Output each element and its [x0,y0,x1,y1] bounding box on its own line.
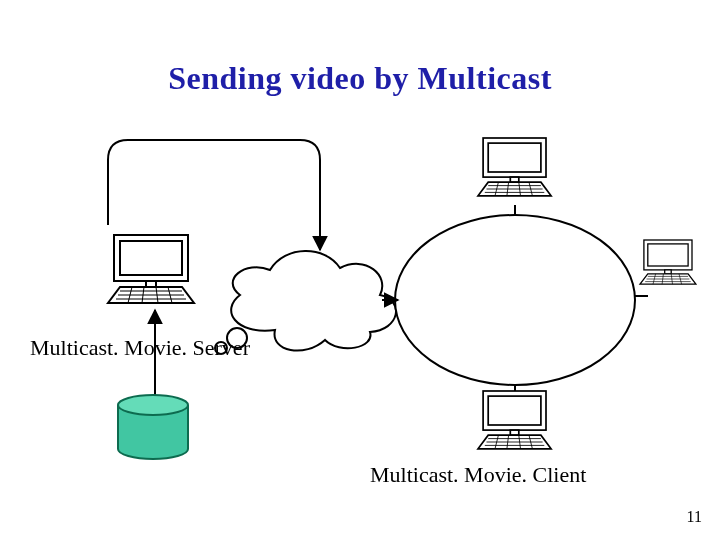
client-bottom-computer-icon [478,391,551,449]
client-label: Multicast. Movie. Client [370,462,586,488]
client-top-computer-icon [478,138,551,196]
multicast-region [395,215,635,385]
server-computer-icon [108,235,194,303]
diagram-canvas [0,0,720,540]
client-right-computer-icon [640,240,696,284]
server-label: Multicast. Movie. Server [30,335,250,361]
page-number: 11 [687,508,702,526]
storage-cylinder-icon [118,395,188,459]
edge-server-to-cloud [108,140,320,250]
